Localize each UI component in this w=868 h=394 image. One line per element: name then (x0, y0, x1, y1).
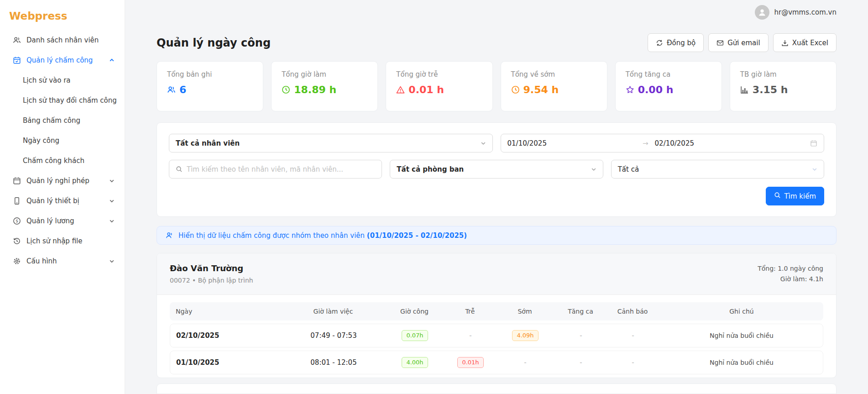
col-warning: Cảnh báo (605, 308, 660, 315)
search-button[interactable]: Tìm kiếm (766, 187, 824, 205)
calendar-check-icon (13, 56, 21, 64)
clock-icon (511, 85, 520, 94)
page-header: Quản lý ngày công Đồng bộ Gửi email Xuất… (157, 33, 837, 52)
cell-date: 01/10/2025 (170, 358, 284, 367)
cell-warning: - (606, 331, 660, 340)
topbar: hr@vmms.com.vn (157, 0, 837, 24)
sidebar-item-label: Cấu hình (26, 257, 57, 265)
col-overtime: Tăng ca (556, 308, 605, 315)
user-avatar[interactable] (755, 5, 769, 20)
stats-row: Tổng bản ghi 6 Tổng giờ làm 18.89 h Tổng… (157, 61, 837, 111)
sidebar-subitem-lich-su-vao-ra[interactable]: Lịch sử vào ra (0, 70, 125, 90)
export-excel-button[interactable]: Xuất Excel (773, 33, 837, 52)
range-arrow-icon: → (643, 139, 648, 147)
sidebar-item-quan-ly-cham-cong[interactable]: Quản lý chấm công (0, 50, 125, 70)
employee-code-department: 00072 • Bộ phận lập trình (170, 277, 253, 284)
employee-summary: Tổng: 1.0 ngày công Giờ làm: 4.1h (758, 263, 823, 284)
sidebar-item-danh-sach-nhan-vien[interactable]: Danh sách nhân viên (0, 30, 125, 50)
svg-text:$: $ (16, 219, 18, 223)
stat-card-total-records: Tổng bản ghi 6 (157, 61, 263, 111)
col-late: Trễ (446, 308, 494, 315)
status-select[interactable]: Tất cả (611, 160, 824, 179)
download-icon (781, 39, 789, 47)
chevron-down-icon (109, 258, 115, 264)
main-content: hr@vmms.com.vn Quản lý ngày công Đồng bộ… (125, 0, 868, 394)
department-select[interactable]: Tất cả phòng ban (390, 160, 603, 179)
col-hours: Giờ công (382, 308, 446, 315)
cell-warning: - (606, 358, 660, 367)
stat-card-total-early: Tổng về sớm 9.54 h (501, 61, 607, 111)
stat-card-avg-hours: TB giờ làm 3.15 h (730, 61, 837, 111)
history-icon (13, 237, 21, 245)
stat-card-total-hours: Tổng giờ làm 18.89 h (271, 61, 378, 111)
date-from[interactable]: 01/10/2025 (507, 139, 547, 147)
employee-select[interactable]: Tất cả nhân viên (169, 134, 493, 152)
chevron-down-icon (109, 218, 115, 224)
employee-name: Đào Văn Trường (170, 263, 253, 273)
user-email[interactable]: hr@vmms.com.vn (774, 8, 837, 16)
search-input-wrapper (169, 160, 382, 179)
brand-logo: Webpress (0, 7, 125, 30)
cell-hours: 0.07h (383, 330, 447, 341)
info-banner: Hiển thị dữ liệu chấm công được nhóm the… (157, 226, 837, 244)
cell-work-time: 07:49 - 07:53 (284, 331, 383, 340)
col-early: Sớm (494, 308, 556, 315)
filter-panel: Tất cả nhân viên 01/10/2025 → 02/10/2025 (157, 122, 837, 217)
page-title: Quản lý ngày công (157, 37, 271, 49)
late-badge: 0.01h (457, 357, 483, 368)
stat-card-total-late: Tổng giờ trễ 0.01 h (386, 61, 492, 111)
table-header-row: Ngày Giờ làm việc Giờ công Trễ Sớm Tăng … (170, 302, 823, 320)
sidebar-subitem-lich-su-thay-doi[interactable]: Lịch sử thay đổi chấm công (0, 90, 125, 110)
chevron-down-icon (591, 167, 596, 172)
users-icon (13, 36, 21, 44)
cell-late: 0.01h (447, 357, 494, 368)
col-note: Ghi chú (660, 308, 823, 315)
sidebar-item-quan-ly-thiet-bi[interactable]: Quản lý thiết bị (0, 191, 125, 211)
banner-text: Hiển thị dữ liệu chấm công được nhóm the… (178, 231, 467, 240)
cell-hours: 4.00h (383, 357, 447, 368)
hours-badge: 4.00h (402, 357, 428, 368)
sync-icon (656, 39, 663, 47)
sidebar: Webpress Danh sách nhân viên Quản lý chấ… (0, 0, 125, 394)
attendance-row[interactable]: 01/10/2025 08:01 - 12:05 4.00h 0.01h - -… (170, 351, 823, 374)
date-range-picker[interactable]: 01/10/2025 → 02/10/2025 (501, 134, 825, 152)
sidebar-item-quan-ly-nghi-phep[interactable]: Quản lý nghỉ phép (0, 171, 125, 191)
search-input[interactable] (187, 165, 375, 173)
next-employee-card-partial (157, 383, 837, 394)
sidebar-item-quan-ly-luong[interactable]: $ Quản lý lương (0, 211, 125, 231)
attendance-row[interactable]: 02/10/2025 07:49 - 07:53 0.07h - 4.09h -… (170, 324, 823, 347)
col-date: Ngày (170, 308, 284, 315)
chevron-down-icon (109, 178, 115, 184)
users-icon (167, 85, 176, 94)
cell-late: - (447, 331, 494, 340)
sidebar-item-label: Lịch sử nhập file (26, 237, 82, 245)
sidebar-subitem-ngay-cong[interactable]: Ngày công (0, 131, 125, 151)
cell-note: Nghỉ nửa buổi chiều (660, 332, 823, 339)
chevron-up-icon (109, 58, 115, 63)
cell-note: Nghỉ nửa buổi chiều (660, 359, 823, 366)
sidebar-item-cau-hinh[interactable]: Cấu hình (0, 251, 125, 271)
sidebar-item-lich-su-nhap-file[interactable]: Lịch sử nhập file (0, 231, 125, 251)
cell-early: - (494, 358, 556, 367)
cell-overtime: - (556, 358, 606, 367)
summary-hours: Giờ làm: 4.1h (758, 274, 823, 284)
calendar-icon (810, 140, 817, 147)
sync-button[interactable]: Đồng bộ (648, 33, 704, 52)
cell-early: 4.09h (494, 330, 556, 341)
sidebar-subitem-cham-cong-khach[interactable]: Chấm công khách (0, 151, 125, 171)
mail-icon (716, 39, 724, 47)
send-email-button[interactable]: Gửi email (708, 33, 768, 52)
hours-badge: 0.07h (402, 330, 428, 341)
page: Webpress Danh sách nhân viên Quản lý chấ… (0, 0, 868, 394)
date-to[interactable]: 02/10/2025 (655, 139, 694, 147)
device-icon (13, 197, 21, 205)
clock-icon (282, 85, 290, 94)
employee-group-header: Đào Văn Trường 00072 • Bộ phận lập trình… (157, 253, 836, 295)
chevron-down-icon (481, 141, 486, 146)
sidebar-subitem-bang-cham-cong[interactable]: Bảng chấm công (0, 110, 125, 131)
gear-icon (13, 257, 21, 265)
cell-overtime: - (556, 331, 606, 340)
early-badge: 4.09h (512, 330, 538, 341)
chevron-down-icon (812, 167, 817, 172)
sidebar-item-label: Quản lý lương (26, 217, 74, 225)
